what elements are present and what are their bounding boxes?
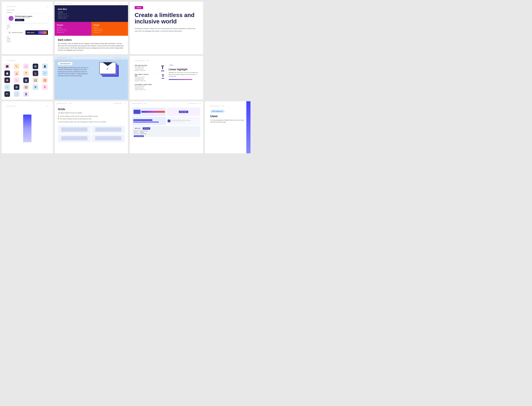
- card9-header: Weglot Brandbook · 2023 Visual elements …: [130, 101, 203, 105]
- exclusive-resources: Exclusive resources: [12, 32, 23, 33]
- spacer-2: [205, 56, 250, 100]
- spec3-ls: Letter spacing: 0%: [135, 88, 164, 89]
- pourpre-rgb: RGB: 204, 20, 132: [57, 28, 89, 30]
- icon-settings: ⚙️: [33, 64, 38, 69]
- card10-header: Weglot Brandbook · 2023: [208, 104, 248, 108]
- uses-desc: On a Blue background, all Weglot colors …: [210, 119, 245, 123]
- icon-bolt: ⚡: [4, 84, 10, 90]
- spec1-label: Title larger than 64px: [135, 65, 149, 66]
- icon-target: 🎯: [4, 77, 10, 83]
- card1-text7: n White: [7, 38, 48, 39]
- blue-gradient-accent: [246, 101, 250, 153]
- icon-arrow-up: ⬆️: [33, 77, 38, 83]
- avatar: [9, 16, 14, 21]
- icon-pin: 📍: [23, 71, 29, 76]
- bar-a: [171, 120, 191, 121]
- pourpre-contrast: Contrast: 5.18: [57, 32, 89, 33]
- dark-colors-title: Dark colors: [58, 38, 125, 41]
- card1-text4: a block,: [7, 26, 48, 28]
- orange-rgb: RGB: 248, 91, 23: [94, 28, 126, 30]
- screenshots-grid: Add to Menu: [130, 105, 203, 140]
- card10-body: Blue background Uses On a Blue backgroun…: [208, 108, 248, 125]
- highlight-title: Linear highlight: [169, 68, 198, 71]
- icon-cart: 🛒: [23, 64, 29, 69]
- highlight-section: Style 1 Linear highlight Highlights are …: [166, 64, 198, 91]
- widget-row: A Exclusive resources Hello world: [7, 30, 48, 35]
- card-visual-elements-1: Visual elements 62 must be of 20px. e th…: [2, 2, 53, 54]
- icon-gear: ⚙️: [14, 84, 19, 90]
- icon-info: ℹ️: [23, 84, 29, 90]
- support-widget: Dedicated agency support Anouck · Partne…: [7, 14, 48, 23]
- vision-desc: A borderless universe, where you can com…: [135, 27, 198, 32]
- type-preview-T1: T: [161, 65, 164, 71]
- color-swatches-row: Pourpre #CC14A5 RGB: 204, 20, 132 CMJN: …: [55, 22, 128, 36]
- support-title: Dedicated agency support: [15, 15, 32, 17]
- bullet-1: [58, 116, 59, 117]
- icon-grid: ⬜: [14, 91, 19, 97]
- vision-title: Create a limitless and inclusive world: [135, 12, 198, 25]
- grids-bullet2: Then section skeletons that don't exceed…: [60, 118, 92, 120]
- need-help-btn[interactable]: Need help →: [15, 19, 24, 21]
- card-typography: Weglot Brandbook · 2023 Title larger tha…: [130, 56, 203, 100]
- type-spec-link: Link smaller or equal to 48px Neue Montr…: [135, 83, 164, 91]
- spec1-font: Neue Montreal, Bold: [135, 66, 149, 67]
- skeleton-inner-1: [61, 127, 87, 132]
- card5-desc: Particular attention should be paid to t…: [58, 67, 89, 77]
- dark-colors-description: Dark colors The secondary colors are div…: [55, 36, 128, 54]
- grids-list-item-1: The hero skeletons, which must not excee…: [58, 115, 125, 117]
- type-specs: Title larger than 64px Neue Montreal, Bo…: [135, 64, 164, 91]
- card8-body: Grids Two different skeleton formats are…: [55, 105, 128, 126]
- dark-blue-cmjn: CMJN: 0, 97, 0, 70: [58, 15, 125, 17]
- icons-grid: ⬛ ✏️ 🛒 ⚙️ 📱 📋 🔔 📍 🖥️ 💎 🎯 🏷️ 🏦 ⬆️ ▶️ ⚡ ⚙️…: [4, 64, 50, 97]
- card7-header: Visual elements 49: [4, 104, 50, 108]
- card6-brand: Weglot Brandbook · 2023: [135, 60, 149, 61]
- grids-extra: The only exception to these rules is the…: [58, 121, 125, 123]
- card5-brand: Weglot Brandbook · 2023: [57, 57, 72, 58]
- card4-page: 47: [47, 60, 48, 61]
- card4-label: Visual elements: [7, 60, 15, 61]
- icon-diamond: 💎: [42, 71, 48, 76]
- card9-page: 61: [199, 103, 201, 104]
- spacer-1: [205, 2, 250, 54]
- blue-bg-badge: Blue background: [210, 110, 225, 113]
- icon-clipboard: 📋: [4, 71, 10, 76]
- card5-header: Weglot Brandbook · 2023 Visual elements …: [55, 56, 128, 59]
- card8-brand: Weglot Brandbook · 2023: [57, 103, 72, 104]
- icon-monitor: ⬛: [4, 64, 10, 69]
- highlight-desc: Highlights are only used on H1 and H2 he…: [169, 72, 198, 77]
- dark-blue-hex: #1B1B4C: [58, 11, 125, 13]
- card1-text5: l0px: [7, 28, 48, 29]
- skeleton-inner-2: [95, 127, 122, 132]
- save-translation-btn[interactable]: Save translation ▸: [134, 135, 144, 137]
- screenshot-btn-1: Add to Menu: [179, 111, 188, 113]
- col-label-en3: Home page: [134, 133, 139, 134]
- skeleton-hero: [58, 126, 91, 133]
- card5-body: Light background Particular attention sh…: [55, 59, 128, 100]
- icon-tag: 🏷️: [14, 77, 19, 83]
- card5-illustration: ✓: [93, 62, 125, 77]
- card9-label: Visual elements: [189, 103, 197, 104]
- spec1-h: Highlight : Height 84px: [135, 70, 149, 71]
- card-light-background: Weglot Brandbook · 2023 Visual elements …: [55, 56, 128, 100]
- icon-calculator: 🖩: [42, 84, 48, 90]
- card1-text2: e thickness: [7, 12, 48, 13]
- spec1-lh: Line Height: 100%: [135, 67, 149, 69]
- skeleton-4: [92, 135, 125, 142]
- spec2-lh: Line Height: 110%: [135, 78, 149, 79]
- hello-world: Hello world: [27, 32, 34, 33]
- icon-mobile: 📱: [42, 64, 48, 69]
- orange-hex: #F85B07: [94, 27, 126, 28]
- pourpre-name: Pourpre: [57, 24, 89, 26]
- card2-colors-label: Colors: [119, 3, 122, 4]
- card1-text6: nted: [7, 36, 48, 37]
- spec2-ls: Letter spacing: 0%: [135, 79, 149, 80]
- col-label-fr3: Page D'accueil: [140, 133, 147, 134]
- spec3-lh: Line Height: 110%: [135, 87, 164, 88]
- style-badge: Style 1: [169, 64, 174, 66]
- color-dark-blue-swatch: Dark Blue #1B1B4C RGB: 24, 22, 76 CMJN: …: [55, 5, 128, 22]
- card1-text8: without: [7, 39, 48, 41]
- orange-cmjn: CMJN: 0, 63, 91, 3: [94, 30, 126, 32]
- icon-desktop: 🖥️: [33, 71, 38, 76]
- card5-page: 42: [124, 57, 126, 58]
- grids-title: Grids: [58, 108, 125, 111]
